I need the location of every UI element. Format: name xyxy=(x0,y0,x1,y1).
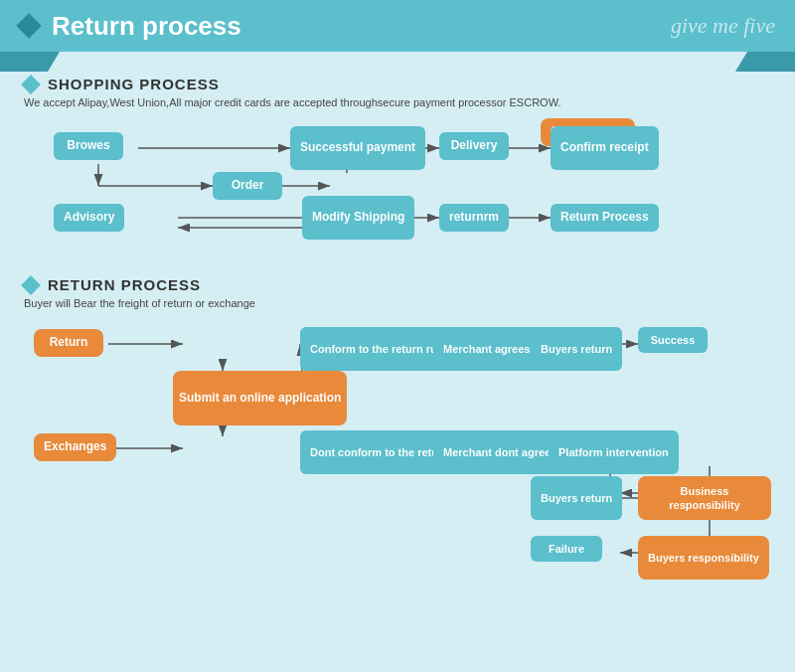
return-section-header: RETURN PROCESS xyxy=(24,276,771,293)
shopping-section-header: SHOPPING PROCESS xyxy=(24,76,771,92)
platform-intervention-box: Platform intervention xyxy=(549,430,679,474)
submit-application: Submit an online application xyxy=(173,371,347,425)
modify-shipping-box: Modify Shipping xyxy=(302,196,414,240)
buyers-return2-box: Buyers return xyxy=(531,476,622,520)
advisory: Advisory xyxy=(54,204,124,232)
business-responsibility-box: Business responsibility xyxy=(638,476,771,520)
shopping-title: SHOPPING PROCESS xyxy=(48,76,220,92)
exchanges-box: Exchanges xyxy=(34,433,116,461)
shopping-diamond xyxy=(21,75,41,94)
advisory-box: Advisory xyxy=(54,204,124,232)
shopping-desc: We accept Alipay,West Union,All major cr… xyxy=(24,96,771,108)
success: Success xyxy=(638,327,708,353)
delivery: Delivery xyxy=(439,132,509,160)
buyers-return1-box: Buyers return xyxy=(531,327,622,371)
return-title: RETURN PROCESS xyxy=(48,276,201,293)
buyers-return2: Buyers return xyxy=(531,476,622,520)
return-process-box: Return Process xyxy=(551,204,659,232)
business-responsibility: Business responsibility xyxy=(638,476,771,520)
failure-box: Failure xyxy=(531,536,602,562)
buyers-responsibility-box: Buyers responsibility xyxy=(638,536,769,580)
submit-application-box: Submit an online application xyxy=(173,371,347,425)
merchant-agrees-box: Merchant agrees xyxy=(433,327,540,371)
order: Order xyxy=(213,172,282,200)
buyers-responsibility: Buyers responsibility xyxy=(638,536,769,580)
confirm-receipt-box: Confirm receipt xyxy=(551,126,659,170)
return-process: Return Process xyxy=(551,204,659,232)
return-flow: Return Exchanges Submit an online applic… xyxy=(24,319,771,617)
platform-intervention: Platform intervention xyxy=(549,430,679,474)
page-title: Return process xyxy=(52,11,241,42)
header-diamond xyxy=(16,13,41,38)
merchant-dont-agrees-box: Merchant dont agrees xyxy=(433,430,566,474)
modify-shipping: Modify Shipping xyxy=(302,196,414,240)
return-desc: Buyer will Bear the freight of return or… xyxy=(24,297,771,309)
browes: Browes xyxy=(54,132,123,160)
failure: Failure xyxy=(531,536,602,562)
return-btn: Return xyxy=(34,329,103,357)
page-header: Return process give me five xyxy=(0,0,795,52)
return-diamond xyxy=(21,275,41,295)
confirm-receipt: Confirm receipt xyxy=(551,126,659,170)
order-box: Order xyxy=(213,172,282,200)
success-box: Success xyxy=(638,327,708,353)
delivery-box: Delivery xyxy=(439,132,509,160)
logo-text: give me five xyxy=(671,13,775,39)
returnrm: returnrm xyxy=(439,204,509,232)
browes-box: Browes xyxy=(54,132,123,160)
merchant-agrees: Merchant agrees xyxy=(433,327,540,371)
returnrm-box: returnrm xyxy=(439,204,509,232)
main-content: SHOPPING PROCESS We accept Alipay,West U… xyxy=(0,52,795,633)
exchanges: Exchanges xyxy=(34,433,116,461)
successful-payment-box: Successful payment xyxy=(290,126,425,170)
merchant-dont-agrees: Merchant dont agrees xyxy=(433,430,566,474)
return-box: Return xyxy=(34,329,103,357)
successful-payment: Successful payment xyxy=(290,126,425,170)
shopping-flow: Given 5 stars Browes Successful payment … xyxy=(24,118,771,272)
buyers-return1: Buyers return xyxy=(531,327,622,371)
